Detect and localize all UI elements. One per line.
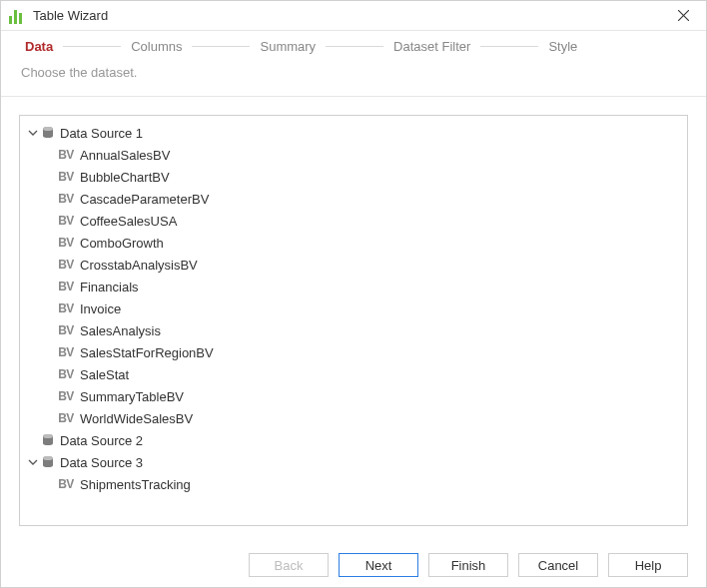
dataset-label: CascadeParameterBV [80, 192, 209, 207]
bv-icon: BV [56, 148, 76, 162]
footer-buttons: Back Next Finish Cancel Help [249, 553, 688, 577]
svg-point-7 [43, 456, 53, 460]
dataset-item[interactable]: BVSalesAnalysis [26, 319, 681, 341]
next-button[interactable]: Next [339, 553, 418, 577]
step-separator [63, 46, 121, 47]
bv-icon: BV [56, 345, 76, 359]
close-icon [678, 10, 689, 21]
database-icon [40, 125, 56, 141]
dataset-item[interactable]: BVComboGrowth [26, 232, 681, 254]
dataset-item[interactable]: BVInvoice [26, 297, 681, 319]
chevron-down-icon[interactable] [26, 455, 40, 469]
dataset-label: SaleStat [80, 367, 129, 382]
dataset-item[interactable]: BVWorldWideSalesBV [26, 407, 681, 429]
app-icon [9, 8, 25, 24]
dataset-item[interactable]: BVSummaryTableBV [26, 385, 681, 407]
step-separator [326, 46, 383, 47]
svg-point-3 [43, 127, 53, 131]
dataset-label: CoffeeSalesUSA [80, 214, 177, 229]
tree-arrow-placeholder [26, 433, 40, 447]
window-title: Table Wizard [33, 8, 668, 23]
dataset-label: CrosstabAnalysisBV [80, 258, 198, 273]
cancel-button[interactable]: Cancel [518, 553, 598, 577]
svg-point-5 [43, 434, 53, 438]
step-columns[interactable]: Columns [125, 39, 188, 54]
dataset-label: SalesAnalysis [80, 323, 161, 338]
bv-icon: BV [56, 280, 76, 294]
dataset-label: ComboGrowth [80, 236, 164, 251]
dataset-label: ShipmentsTracking [80, 477, 191, 492]
data-source-row[interactable]: Data Source 3 [26, 451, 681, 473]
bv-icon: BV [56, 367, 76, 381]
dataset-item[interactable]: BVBubbleChartBV [26, 166, 681, 188]
bv-icon: BV [56, 411, 76, 425]
step-separator [192, 46, 250, 47]
dataset-item[interactable]: BVSalesStatForRegionBV [26, 341, 681, 363]
bv-icon: BV [56, 192, 76, 206]
chevron-down-icon[interactable] [26, 126, 40, 140]
back-button[interactable]: Back [249, 553, 329, 577]
dataset-label: BubbleChartBV [80, 170, 170, 185]
dataset-tree[interactable]: Data Source 1BVAnnualSalesBVBVBubbleChar… [19, 115, 688, 526]
step-dataset-filter[interactable]: Dataset Filter [387, 39, 476, 54]
bv-icon: BV [56, 258, 76, 272]
bv-icon: BV [56, 389, 76, 403]
bv-icon: BV [56, 323, 76, 337]
database-icon [40, 432, 56, 448]
tree-container: Data Source 1BVAnnualSalesBVBVBubbleChar… [1, 97, 706, 544]
dataset-label: Invoice [80, 301, 121, 316]
data-source-label: Data Source 2 [60, 433, 143, 448]
bv-icon: BV [56, 214, 76, 228]
subtitle: Choose the dataset. [1, 61, 706, 96]
titlebar: Table Wizard [1, 1, 706, 31]
dataset-label: SalesStatForRegionBV [80, 345, 214, 360]
dataset-item[interactable]: BVFinancials [26, 276, 681, 297]
data-source-row[interactable]: Data Source 2 [26, 429, 681, 451]
database-icon [40, 454, 56, 470]
dataset-label: Financials [80, 280, 139, 294]
dataset-label: WorldWideSalesBV [80, 411, 193, 426]
bv-icon: BV [56, 236, 76, 250]
step-separator [480, 46, 538, 47]
step-data[interactable]: Data [19, 39, 59, 54]
bv-icon: BV [56, 170, 76, 184]
dataset-item[interactable]: BVSaleStat [26, 363, 681, 385]
bv-icon: BV [56, 477, 76, 491]
bv-icon: BV [56, 301, 76, 315]
wizard-steps: Data Columns Summary Dataset Filter Styl… [1, 31, 706, 61]
dataset-label: AnnualSalesBV [80, 148, 170, 163]
dataset-item[interactable]: BVAnnualSalesBV [26, 144, 681, 166]
dataset-item[interactable]: BVShipmentsTracking [26, 473, 681, 495]
close-button[interactable] [668, 1, 698, 31]
finish-button[interactable]: Finish [428, 553, 508, 577]
dataset-label: SummaryTableBV [80, 389, 184, 404]
dataset-item[interactable]: BVCrosstabAnalysisBV [26, 254, 681, 276]
data-source-label: Data Source 3 [60, 455, 143, 470]
step-summary[interactable]: Summary [254, 39, 322, 54]
dataset-item[interactable]: BVCascadeParameterBV [26, 188, 681, 210]
help-button[interactable]: Help [608, 553, 688, 577]
dataset-item[interactable]: BVCoffeeSalesUSA [26, 210, 681, 232]
data-source-label: Data Source 1 [60, 126, 143, 141]
step-style[interactable]: Style [542, 39, 583, 54]
data-source-row[interactable]: Data Source 1 [26, 122, 681, 144]
